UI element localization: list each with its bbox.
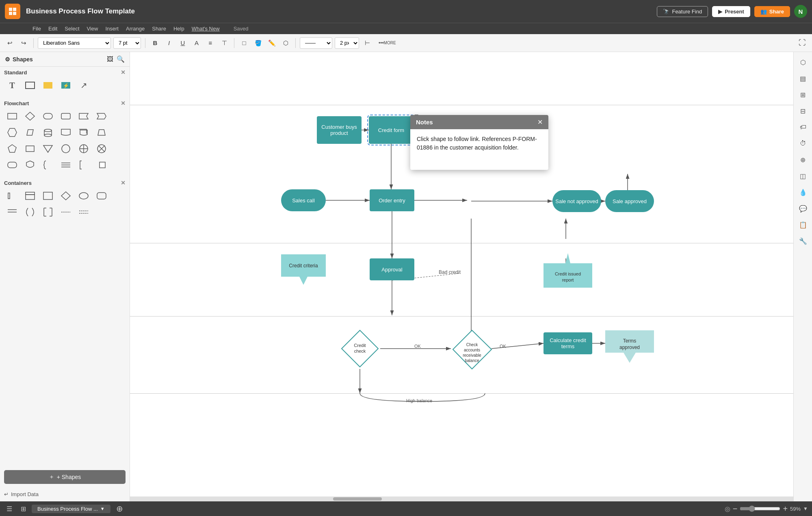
waypoint-button[interactable]: ⊢ (362, 37, 373, 49)
node-sales-call[interactable]: Sales call (281, 189, 326, 211)
flowchart-section-close[interactable]: ✕ (121, 100, 126, 106)
line-style-select[interactable]: —— (300, 37, 332, 49)
node-terms-approved[interactable]: Terms approved (605, 330, 654, 363)
cont-dashes2[interactable] (76, 205, 92, 219)
rp-fill-button[interactable]: 💧 (796, 185, 810, 199)
fc-rounded[interactable] (40, 109, 56, 124)
fc-chevron[interactable] (93, 109, 110, 124)
menu-insert[interactable]: Insert (105, 26, 119, 32)
fc-cross[interactable] (76, 141, 92, 156)
fc-lines[interactable] (58, 158, 74, 172)
list-view-button[interactable]: ☰ (4, 503, 15, 514)
cont-rect[interactable] (22, 189, 38, 203)
fc-brace[interactable] (40, 158, 56, 172)
rp-connections-button[interactable]: ⬡ (796, 55, 810, 69)
more-button[interactable]: ••• MORE (375, 37, 399, 49)
cont-brackets[interactable] (40, 205, 56, 219)
menu-view[interactable]: View (87, 26, 98, 32)
rp-format-button[interactable]: ▤ (796, 72, 810, 85)
fc-rect[interactable] (4, 109, 20, 124)
node-check-accounts[interactable]: Check accounts receivable balance (451, 328, 494, 371)
font-select[interactable]: Liberation Sans (38, 37, 111, 49)
cont-rounded-rect[interactable] (93, 189, 110, 203)
node-credit-form[interactable]: Credit form (369, 116, 414, 144)
cont-dashes[interactable] (58, 205, 74, 219)
cont-parens[interactable] (22, 205, 38, 219)
fc-pentagon[interactable] (4, 141, 20, 156)
fc-diamond[interactable] (22, 109, 38, 124)
bold-button[interactable]: B (149, 37, 161, 49)
fc-rounded2[interactable] (58, 109, 74, 124)
node-approval[interactable]: Approval (370, 258, 414, 280)
fc-bracket[interactable] (76, 158, 92, 172)
line-width-select[interactable]: 2 px (335, 37, 359, 49)
cont-plain-rect[interactable] (40, 189, 56, 203)
cont-single-line[interactable] (4, 189, 20, 203)
notes-close-button[interactable]: ✕ (537, 118, 543, 126)
present-button[interactable]: ▶ Present (712, 6, 750, 17)
rp-filter-button[interactable]: 🔧 (796, 234, 810, 248)
sidebar-image-button[interactable]: 🖼 (107, 55, 113, 63)
flowchart-section-header[interactable]: Flowchart ✕ (4, 100, 126, 106)
rp-stack-button[interactable]: ⊕ (796, 153, 810, 167)
connection-button[interactable]: ⬡ (280, 37, 291, 49)
standard-section-close[interactable]: ✕ (121, 69, 126, 76)
menu-edit[interactable]: Edit (48, 26, 57, 32)
fc-rect2[interactable] (22, 141, 38, 156)
node-order-entry[interactable]: Order entry (370, 189, 414, 211)
hscroll-thumb[interactable] (333, 497, 382, 501)
cont-lines2[interactable] (4, 205, 20, 219)
sidebar-search-button[interactable]: 🔍 (117, 55, 125, 63)
zoom-in-button[interactable]: + (783, 504, 788, 514)
menu-whats-new[interactable]: What's New (192, 26, 220, 32)
menu-select[interactable]: Select (65, 26, 79, 32)
fc-x-circle[interactable] (93, 141, 110, 156)
font-size-select[interactable]: 7 pt (113, 37, 141, 49)
undo-button[interactable]: ↩ (4, 37, 15, 49)
menu-share[interactable]: Share (152, 26, 166, 32)
fc-triangle-down[interactable] (40, 141, 56, 156)
shape-rect[interactable] (22, 78, 38, 93)
fc-cylinder[interactable] (40, 125, 56, 140)
line-color-button[interactable]: ✏️ (266, 37, 277, 49)
fc-circle[interactable] (58, 141, 74, 156)
fullscreen-button[interactable]: ⛶ (797, 37, 808, 49)
rp-clipboard-button[interactable]: 📋 (796, 218, 810, 232)
fc-flag[interactable] (76, 109, 92, 124)
rp-table-button[interactable]: ⊟ (796, 104, 810, 118)
shape-yellow-rect[interactable] (40, 78, 56, 93)
rp-comment-button[interactable]: 💬 (796, 202, 810, 215)
rp-tags-button[interactable]: 🏷 (796, 120, 810, 134)
fc-multidoc[interactable] (76, 125, 92, 140)
rp-info-button[interactable]: ◫ (796, 169, 810, 183)
shape-arrow[interactable]: ↗ (76, 78, 92, 93)
containers-section-close[interactable]: ✕ (121, 180, 126, 186)
grid-view-button[interactable]: ⊞ (18, 503, 28, 514)
menu-file[interactable]: File (32, 26, 41, 32)
zoom-out-button[interactable]: − (733, 504, 738, 514)
italic-button[interactable]: I (163, 37, 175, 49)
add-shapes-button[interactable]: ＋ + Shapes (4, 470, 126, 484)
shape-button[interactable]: □ (238, 37, 250, 49)
add-tab-button[interactable]: ⊕ (114, 504, 126, 514)
feature-find-button[interactable]: 🔭 Feature Find (657, 6, 708, 17)
shape-lightning[interactable]: ⚡ (58, 78, 74, 93)
cont-diamond[interactable] (58, 189, 74, 203)
node-calculate-credit[interactable]: Calculate credit terms (543, 332, 592, 354)
zoom-slider[interactable] (740, 505, 780, 512)
current-tab[interactable]: Business Process Flow ... ▼ (32, 505, 110, 513)
fc-rounded3[interactable] (4, 158, 20, 172)
font-color-button[interactable]: A (191, 37, 202, 49)
app-logo[interactable] (5, 4, 20, 19)
standard-section-header[interactable]: Standard ✕ (4, 69, 126, 76)
fc-shield[interactable] (22, 158, 38, 172)
redo-button[interactable]: ↪ (18, 37, 29, 49)
fc-parallelogram[interactable] (22, 125, 38, 140)
import-data-button[interactable]: ↵ Import Data (4, 489, 126, 500)
containers-section-header[interactable]: Containers ✕ (4, 180, 126, 186)
rp-layers-button[interactable]: ⊞ (796, 88, 810, 102)
zoom-dropdown-button[interactable]: ▼ (803, 506, 808, 512)
cont-oval[interactable] (76, 189, 92, 203)
canvas-hscroll[interactable] (130, 496, 793, 501)
node-sale-approved[interactable]: Sale approved (605, 190, 654, 212)
